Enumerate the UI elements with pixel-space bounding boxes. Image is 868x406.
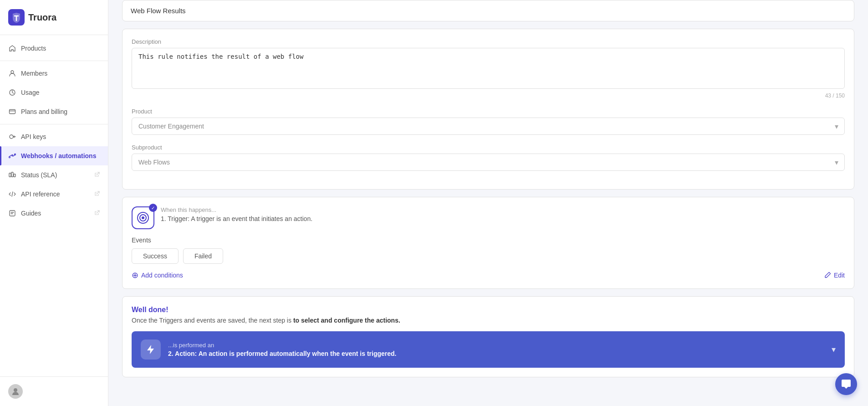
trigger-desc: 1. Trigger: A trigger is an event that i… — [161, 215, 845, 222]
action-desc: 2. Action: An action is performed automa… — [168, 350, 824, 357]
trigger-check-badge: ✓ — [149, 204, 157, 212]
well-done-text-bold: to select and configure the actions. — [293, 317, 400, 324]
edit-label: Edit — [834, 272, 845, 279]
subproduct-select-wrapper: Web Flows ▾ — [132, 154, 845, 171]
trigger-icon-wrap: ✓ — [132, 206, 154, 229]
well-done-text-before: Once the Triggers and events are saved, … — [132, 317, 293, 324]
sidebar-item-webhooks-label: Webhooks / automations — [21, 152, 96, 159]
action-subtitle: ...is performed an — [168, 342, 824, 349]
product-select-wrapper: Customer Engagement ▾ — [132, 118, 845, 135]
status-external-icon — [94, 171, 100, 179]
trigger-header: ✓ When this happens... 1. Trigger: A tri… — [132, 206, 845, 229]
description-textarea[interactable]: This rule notifies the result of a web f… — [132, 48, 845, 89]
logo-text: Truora — [28, 12, 56, 23]
sidebar-bottom — [0, 376, 108, 406]
sidebar-item-api-keys-label: API keys — [21, 133, 46, 140]
billing-icon — [8, 108, 16, 116]
subproduct-field-group: Subproduct Web Flows ▾ — [132, 144, 845, 171]
trigger-section: ✓ When this happens... 1. Trigger: A tri… — [122, 197, 854, 289]
edit-button[interactable]: Edit — [825, 272, 845, 279]
edit-pencil-icon — [825, 272, 831, 279]
svg-point-5 — [9, 157, 10, 158]
sidebar-item-members[interactable]: Members — [0, 64, 108, 83]
nav-divider-2 — [0, 124, 108, 124]
well-done-section: Well done! Once the Triggers and events … — [122, 296, 854, 377]
add-conditions-plus-icon: ⊕ — [132, 271, 138, 279]
sidebar: Truora Products Members Usage Pla — [0, 0, 108, 406]
add-conditions-label: Add conditions — [141, 272, 183, 279]
sidebar-item-status-sla[interactable]: Status (SLA) — [0, 165, 108, 185]
sidebar-item-webhooks[interactable]: Webhooks / automations — [0, 146, 108, 165]
name-field-wrap — [122, 0, 854, 21]
subproduct-select[interactable]: Web Flows — [132, 154, 845, 171]
trigger-target-icon — [137, 211, 149, 224]
svg-rect-3 — [10, 110, 15, 114]
action-meta: ...is performed an 2. Action: An action … — [168, 342, 824, 357]
guides-icon — [8, 209, 16, 217]
action-lightning-icon — [145, 344, 156, 355]
sidebar-item-usage[interactable]: Usage — [0, 83, 108, 102]
usage-icon — [8, 88, 16, 97]
trigger-subtitle: When this happens... — [161, 206, 845, 213]
trigger-desc-text: 1. Trigger: A trigger is an event that i… — [161, 215, 312, 222]
api-ref-icon — [8, 190, 16, 198]
sidebar-item-api-reference[interactable]: API reference — [0, 185, 108, 204]
subproduct-label: Subproduct — [132, 144, 845, 151]
add-conditions-button[interactable]: ⊕ Add conditions — [132, 271, 183, 279]
svg-point-12 — [14, 388, 17, 392]
svg-rect-10 — [14, 174, 15, 177]
svg-rect-11 — [10, 211, 15, 216]
well-done-text: Once the Triggers and events are saved, … — [132, 317, 845, 324]
well-done-title: Well done! — [132, 306, 845, 314]
sidebar-item-products-label: Products — [21, 45, 46, 52]
product-select[interactable]: Customer Engagement — [132, 118, 845, 135]
chat-button[interactable] — [835, 373, 857, 395]
svg-point-6 — [12, 155, 13, 156]
webhooks-icon — [8, 152, 16, 160]
api-ref-external-icon — [94, 190, 100, 198]
truora-logo-icon — [8, 9, 25, 26]
status-icon — [8, 171, 16, 179]
events-label: Events — [132, 236, 845, 244]
product-field-group: Product Customer Engagement ▾ — [132, 108, 845, 135]
sidebar-item-members-label: Members — [21, 70, 47, 77]
trigger-meta: When this happens... 1. Trigger: A trigg… — [161, 206, 845, 222]
sidebar-item-status-label: Status (SLA) — [21, 171, 57, 179]
product-label: Product — [132, 108, 845, 115]
chat-icon — [841, 379, 852, 390]
sidebar-item-api-ref-label: API reference — [21, 190, 60, 198]
guides-external-icon — [94, 210, 100, 217]
action-banner: ...is performed an 2. Action: An action … — [132, 331, 845, 368]
user-avatar[interactable] — [8, 384, 23, 399]
action-chevron-icon[interactable]: ▾ — [832, 344, 836, 355]
name-input[interactable] — [123, 0, 854, 21]
description-field-group: Description This rule notifies the resul… — [132, 38, 845, 99]
logo: Truora — [0, 0, 108, 35]
svg-point-4 — [10, 135, 13, 139]
members-icon — [8, 69, 16, 77]
trigger-footer: ⊕ Add conditions Edit — [132, 271, 845, 279]
char-count: 43 / 150 — [132, 93, 845, 99]
svg-rect-9 — [11, 172, 13, 177]
sidebar-item-usage-label: Usage — [21, 89, 39, 96]
failed-event-button[interactable]: Failed — [183, 248, 223, 264]
api-keys-icon — [8, 133, 16, 141]
svg-rect-8 — [9, 173, 11, 177]
success-event-button[interactable]: Success — [132, 248, 179, 264]
home-icon — [8, 44, 16, 52]
description-card: Description This rule notifies the resul… — [122, 29, 854, 190]
svg-point-1 — [11, 71, 14, 73]
sidebar-item-guides[interactable]: Guides — [0, 204, 108, 223]
main-content: Description This rule notifies the resul… — [108, 0, 868, 406]
sidebar-item-plans-billing-label: Plans and billing — [21, 108, 67, 115]
svg-point-15 — [142, 216, 144, 219]
action-icon-wrap — [141, 339, 161, 360]
description-label: Description — [132, 38, 845, 45]
sidebar-item-plans-billing[interactable]: Plans and billing — [0, 102, 108, 121]
sidebar-item-api-keys[interactable]: API keys — [0, 127, 108, 146]
sidebar-nav: Products Members Usage Plans and billing — [0, 35, 108, 376]
sidebar-item-guides-label: Guides — [21, 210, 41, 217]
events-buttons: Success Failed — [132, 248, 845, 264]
sidebar-item-products[interactable]: Products — [0, 39, 108, 58]
nav-divider-1 — [0, 61, 108, 61]
